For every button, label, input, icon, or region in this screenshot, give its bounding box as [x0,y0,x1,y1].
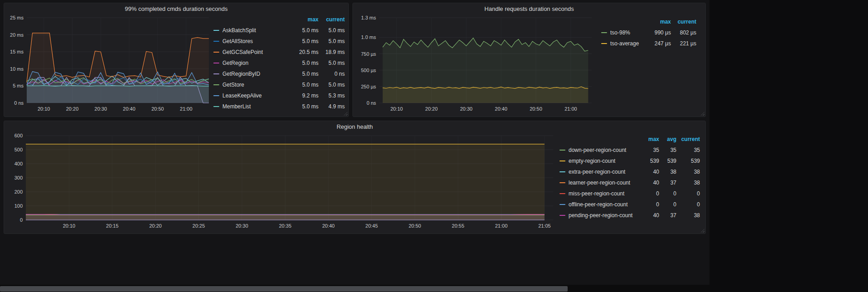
legend-series-label: empty-region-count [569,158,615,164]
horizontal-scrollbar-thumb[interactable] [0,286,568,292]
series-color-dash[interactable] [559,204,565,205]
svg-text:20:10: 20:10 [63,223,76,229]
handle-requests-chart[interactable]: 20:1020:2020:3020:4020:5021:000 ns250 µs… [354,15,596,115]
svg-text:1.0 ms: 1.0 ms [361,34,376,40]
series-color-dash[interactable] [213,106,219,107]
series-color-dash[interactable] [213,95,219,96]
legend-series-GetAllStores[interactable]: GetAllStores [213,38,290,44]
legend-value: 5.0 ms [290,71,318,77]
series-color-dash[interactable] [559,150,565,151]
legend-series-label: down-peer-region-count [569,147,626,153]
series-color-dash[interactable] [559,215,565,216]
legend-series-down-peer-region-count[interactable]: down-peer-region-count [559,147,640,153]
series-color-dash[interactable] [601,43,607,44]
legend-value: 539 [640,158,659,164]
legend-series-GetStore[interactable]: GetStore [213,82,290,88]
svg-text:20:10: 20:10 [38,106,50,112]
legend-column-header-current[interactable]: current [676,136,700,142]
legend-column-header-max[interactable]: max [290,16,318,23]
legend-series-label: learner-peer-region-count [569,180,630,186]
legend-value: 5.3 ms [318,92,345,99]
legend-column-header-current[interactable]: current [318,16,345,23]
legend-value: 37 [659,180,676,186]
svg-text:1.3 ms: 1.3 ms [361,15,376,20]
legend-series-pending-peer-region-count[interactable]: pending-peer-region-count [559,212,640,219]
legend-series-offline-peer-region-count[interactable]: offline-peer-region-count [559,201,640,208]
legend-series-extra-peer-region-count[interactable]: extra-peer-region-count [559,169,640,175]
svg-text:21:00: 21:00 [495,223,508,229]
panel-completed-cmds-duration: 99% completed cmds duration seconds 20:1… [4,3,349,117]
svg-text:20:50: 20:50 [409,223,421,229]
svg-text:750 µs: 750 µs [361,51,376,57]
series-color-dash[interactable] [213,63,219,63]
legend-value: 20.5 ms [290,49,318,55]
svg-text:0: 0 [20,217,23,223]
series-color-dash[interactable] [213,52,219,53]
legend-series-label: GetRegion [222,60,248,66]
panel-title[interactable]: Region health [4,121,705,132]
completed-cmds-legend-table: maxcurrentAskBatchSplit5.0 ms5.0 msGetAl… [213,14,345,112]
svg-text:25 ms: 25 ms [10,15,24,20]
region-health-chart[interactable]: 20:1020:1520:2020:2520:3020:3520:4020:45… [5,132,557,233]
legend-value: 18.9 ms [318,49,345,55]
legend-series-GetRegion[interactable]: GetRegion [213,60,290,66]
panel-handle-requests-duration: Handle requests duration seconds 20:1020… [352,3,706,117]
series-color-dash[interactable] [601,32,607,33]
panel-title[interactable]: Handle requests duration seconds [353,3,705,14]
panel-resize-handle[interactable] [700,228,704,233]
series-color-dash[interactable] [559,171,565,172]
svg-text:250 µs: 250 µs [361,84,376,89]
series-color-dash[interactable] [559,182,565,183]
svg-text:200: 200 [14,189,23,195]
legend-series-tso-98%[interactable]: tso-98% [601,29,645,36]
legend-series-MemberList[interactable]: MemberList [213,103,290,110]
svg-text:10 ms: 10 ms [10,66,24,72]
legend-series-GetGCSafePoint[interactable]: GetGCSafePoint [213,49,290,55]
legend-value: 38 [676,212,700,219]
legend-series-miss-peer-region-count[interactable]: miss-peer-region-count [559,190,640,197]
svg-text:20:30: 20:30 [460,106,473,112]
legend-series-label: miss-peer-region-count [569,190,624,197]
legend-series-label: GetAllStores [222,38,253,44]
legend-series-LeaseKeepAlive[interactable]: LeaseKeepAlive [213,92,290,99]
legend-series-learner-peer-region-count[interactable]: learner-peer-region-count [559,180,640,186]
horizontal-scrollbar-track[interactable] [0,286,868,292]
legend-series-AskBatchSplit[interactable]: AskBatchSplit [213,27,290,34]
svg-text:600: 600 [14,133,23,138]
legend-series-label: AskBatchSplit [222,27,256,34]
svg-text:21:00: 21:00 [180,106,193,112]
legend-value: 5.0 ms [318,82,345,88]
legend-value: 5.0 ms [318,38,345,44]
legend-column-header-max[interactable]: max [640,136,659,142]
legend-value: 5.0 ms [290,82,318,88]
legend-series-GetRegionByID[interactable]: GetRegionByID [213,71,290,77]
svg-text:20:40: 20:40 [322,223,335,229]
legend-value: 802 µs [671,29,696,36]
series-color-dash[interactable] [213,73,219,74]
svg-text:0 ns: 0 ns [366,100,376,106]
panel-resize-handle[interactable] [700,111,704,116]
svg-text:20:15: 20:15 [106,223,119,229]
legend-value: 5.0 ms [318,27,345,34]
completed-cmds-chart[interactable]: 20:1020:2020:3020:4020:5021:000 ns5 ms10… [5,15,212,115]
handle-requests-legend-table: maxcurrenttso-98%990 µs802 µstso-average… [601,16,696,49]
svg-text:400: 400 [14,161,23,166]
series-color-dash[interactable] [559,193,565,194]
svg-text:21:05: 21:05 [538,223,551,229]
legend-series-empty-region-count[interactable]: empty-region-count [559,158,640,164]
svg-text:100: 100 [14,203,23,209]
panel-title[interactable]: 99% completed cmds duration seconds [4,3,348,14]
legend-series-tso-average[interactable]: tso-average [601,40,645,47]
series-color-dash[interactable] [213,30,219,31]
legend-column-header-max[interactable]: max [645,19,671,25]
legend-column-header-current[interactable]: current [671,19,696,25]
series-color-dash[interactable] [213,84,219,85]
legend-column-header-avg[interactable]: avg [659,136,676,142]
svg-text:20 ms: 20 ms [10,32,24,38]
legend-value: 539 [676,158,700,164]
legend-series-label: extra-peer-region-count [569,169,625,175]
legend-value: 5.0 ms [318,60,345,66]
series-color-dash[interactable] [213,41,219,42]
series-color-dash[interactable] [559,161,565,161]
legend-value: 40 [640,212,659,219]
